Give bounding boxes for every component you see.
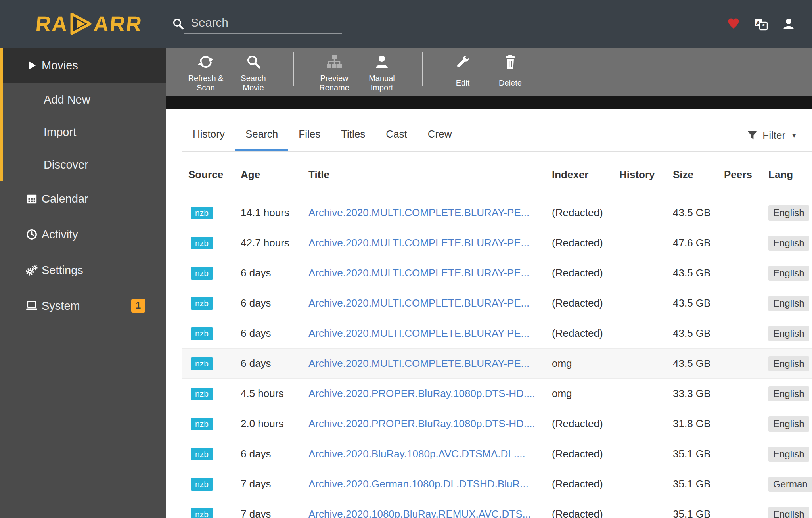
filter-button[interactable]: Filter ▼	[747, 109, 797, 151]
protocol-badge: nzb	[191, 508, 213, 518]
release-row: nzb 6 days Archive.2020.MULTI.COMPLETE.B…	[182, 288, 812, 318]
release-title-link[interactable]: Archive.2020.PROPER.BluRay.1080p.DTS-HD.…	[308, 418, 552, 430]
column-header-indexer[interactable]: Indexer	[552, 169, 619, 181]
column-header-source[interactable]: Source	[188, 169, 241, 181]
source-cell: nzb	[188, 236, 241, 249]
column-header-history[interactable]: History	[619, 169, 673, 181]
tab-label: Titles	[341, 128, 365, 140]
title-cell: Archive.2020.MULTI.COMPLETE.BLURAY-PE...	[308, 327, 552, 340]
search-icon	[245, 54, 261, 70]
age-cell: 14.1 hours	[241, 207, 308, 219]
protocol-badge: nzb	[191, 327, 213, 340]
release-title-link[interactable]: Archive.2020.BluRay.1080p.AVC.DTSMA.DL..…	[308, 448, 552, 460]
release-row: nzb 7 days Archive.2020.German.1080p.DL.…	[182, 469, 812, 499]
source-cell: nzb	[188, 267, 241, 280]
release-title-link[interactable]: Archive.2020.MULTI.COMPLETE.BLURAY-PE...	[308, 267, 552, 279]
title-cell: Archive.2020.MULTI.COMPLETE.BLURAY-PE...	[308, 267, 552, 279]
column-header-peers[interactable]: Peers	[724, 169, 768, 181]
age-cell: 6 days	[241, 357, 308, 370]
sidebar-item-system[interactable]: System 1	[0, 288, 166, 324]
age-cell: 42.7 hours	[241, 237, 308, 249]
indexer-cell: (Redacted)	[552, 237, 619, 249]
sidebar-item-discover[interactable]: Discover	[3, 148, 166, 181]
column-header-lang[interactable]: Lang	[768, 169, 812, 181]
release-row: nzb 4.5 hours Archive.2020.PROPER.BluRay…	[182, 379, 812, 409]
size-cell: 43.5 GB	[673, 297, 724, 309]
toolbar-button-label: Search Movie	[230, 70, 277, 96]
lang-cell: English	[768, 507, 812, 518]
tab-label: Cast	[386, 128, 407, 140]
tab-label: History	[193, 128, 225, 140]
sidebar-item-movies[interactable]: Movies	[3, 48, 166, 83]
preview-rename-button[interactable]: Preview Rename	[311, 48, 358, 96]
size-cell: 35.1 GB	[673, 478, 724, 490]
release-title-link[interactable]: Archive.2020.PROPER.BluRay.1080p.DTS-HD.…	[308, 388, 552, 400]
tab-history[interactable]: History	[182, 109, 235, 151]
tab-titles[interactable]: Titles	[331, 109, 375, 151]
delete-button[interactable]: Delete	[487, 48, 534, 96]
language-badge: English	[768, 326, 809, 341]
release-row: nzb 2.0 hours Archive.2020.PROPER.BluRay…	[182, 409, 812, 439]
translate-icon[interactable]: A *	[754, 17, 768, 31]
person-icon	[374, 54, 390, 70]
search-icon	[172, 18, 184, 30]
sidebar-item-settings[interactable]: Settings	[0, 252, 166, 288]
title-cell: Archive.2020.MULTI.COMPLETE.BLURAY-PE...	[308, 357, 552, 370]
sidebar-item-label: Calendar	[42, 192, 88, 205]
age-cell: 6 days	[241, 267, 308, 279]
manual-import-button[interactable]: Manual Import	[358, 48, 405, 96]
search-input[interactable]	[191, 16, 342, 29]
release-title-link[interactable]: Archive.2020.German.1080p.DL.DTSHD.BluR.…	[308, 478, 552, 490]
release-title-link[interactable]: Archive.2020.MULTI.COMPLETE.BLURAY-PE...	[308, 327, 552, 340]
lang-cell: English	[768, 447, 812, 462]
title-cell: Archive.2020.MULTI.COMPLETE.BLURAY-PE...	[308, 237, 552, 249]
indexer-cell: (Redacted)	[552, 478, 619, 490]
toolbar-button-label: Preview Rename	[311, 70, 358, 96]
edit-button[interactable]: Edit	[439, 48, 486, 96]
age-cell: 6 days	[241, 297, 308, 309]
age-cell: 6 days	[241, 448, 308, 460]
sidebar-item-calendar[interactable]: Calendar	[0, 181, 166, 217]
funnel-icon	[747, 130, 758, 141]
chevron-down-icon: ▼	[791, 132, 797, 139]
column-header-age[interactable]: Age	[241, 169, 308, 181]
protocol-badge: nzb	[191, 357, 213, 370]
sidebar-item-import[interactable]: Import	[3, 116, 166, 148]
column-header-size[interactable]: Size	[673, 169, 724, 181]
release-title-link[interactable]: Archive.2020.MULTI.COMPLETE.BLURAY-PE...	[308, 297, 552, 309]
title-cell: Archive.2020.MULTI.COMPLETE.BLURAY-PE...	[308, 207, 552, 219]
app-header: RA ARR A *	[0, 0, 812, 48]
release-title-link[interactable]: Archive.2020.MULTI.COMPLETE.BLURAY-PE...	[308, 357, 552, 370]
heart-icon[interactable]	[727, 17, 740, 30]
sidebar-item-add-new[interactable]: Add New	[3, 83, 166, 116]
movie-backdrop-strip	[166, 96, 812, 109]
tab-search[interactable]: Search	[235, 109, 288, 151]
wrench-icon	[455, 54, 471, 70]
language-badge: English	[768, 236, 809, 251]
indexer-cell: omg	[552, 388, 619, 400]
indexer-cell: omg	[552, 357, 619, 370]
size-cell: 47.6 GB	[673, 237, 724, 249]
release-title-link[interactable]: Archive.2020.MULTI.COMPLETE.BLURAY-PE...	[308, 207, 552, 219]
header-actions: A *	[727, 17, 795, 31]
sidebar-item-activity[interactable]: Activity	[0, 217, 166, 252]
age-cell: 7 days	[241, 508, 308, 518]
release-row: nzb 42.7 hours Archive.2020.MULTI.COMPLE…	[182, 228, 812, 258]
release-title-link[interactable]: Archive.2020.MULTI.COMPLETE.BLURAY-PE...	[308, 237, 552, 249]
protocol-badge: nzb	[191, 418, 213, 430]
age-cell: 7 days	[241, 478, 308, 490]
refresh-scan-button[interactable]: Refresh & Scan	[182, 48, 229, 96]
radarr-logo[interactable]: RA ARR	[36, 12, 163, 35]
size-cell: 35.1 GB	[673, 448, 724, 460]
tab-crew[interactable]: Crew	[417, 109, 462, 151]
protocol-badge: nzb	[191, 237, 213, 249]
tab-files[interactable]: Files	[288, 109, 331, 151]
release-title-link[interactable]: Archive.2020.1080p.BluRay.REMUX.AVC.DTS.…	[308, 508, 552, 518]
tab-cast[interactable]: Cast	[375, 109, 417, 151]
column-header-title[interactable]: Title	[308, 169, 552, 181]
user-icon[interactable]	[782, 17, 795, 31]
search-movie-button[interactable]: Search Movie	[230, 48, 277, 96]
language-badge: English	[768, 205, 809, 221]
svg-text:*: *	[762, 23, 765, 30]
computer-icon	[25, 299, 38, 313]
